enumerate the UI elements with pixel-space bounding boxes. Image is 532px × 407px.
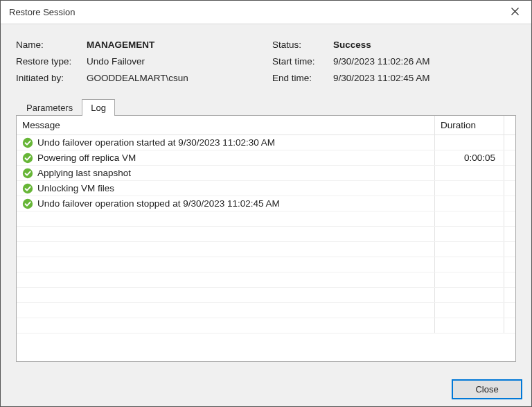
log-row[interactable]: Powering off replica VM0:00:05: [17, 150, 515, 166]
value-restore-type: Undo Failover: [87, 53, 272, 70]
log-message: Undo failover operation stopped at 9/30/…: [37, 198, 280, 209]
log-row[interactable]: Unlocking VM files: [17, 181, 515, 196]
success-icon: [22, 168, 33, 179]
close-button[interactable]: Close: [452, 380, 522, 399]
log-row-empty: [17, 272, 515, 288]
log-row-empty: [17, 211, 515, 227]
log-header-row: Message Duration: [17, 116, 515, 135]
tab-parameters[interactable]: Parameters: [17, 99, 82, 116]
svg-point-5: [23, 183, 33, 193]
success-icon: [22, 198, 33, 209]
value-end-time: 9/30/2023 11:02:45 AM: [333, 70, 516, 87]
label-initiated-by: Initiated by:: [16, 70, 87, 87]
tabs-container: Parameters Log Message Duration U: [16, 99, 516, 362]
column-header-spacer: [504, 116, 516, 135]
window-close-button[interactable]: [499, 1, 530, 24]
dialog-footer: Close: [1, 372, 531, 406]
value-name: MANAGEMENT: [87, 37, 272, 53]
log-message: Unlocking VM files: [37, 183, 114, 193]
column-header-duration[interactable]: Duration: [435, 116, 504, 135]
success-icon: [22, 137, 33, 148]
value-initiated-by: GOODDEALMART\csun: [87, 70, 272, 87]
log-table: Message Duration Undo failover operation…: [17, 116, 515, 334]
log-row-empty: [17, 318, 515, 334]
log-row-empty: [17, 242, 515, 257]
session-info: Name: Restore type: Initiated by: MANAGE…: [16, 37, 516, 87]
log-message: Applying last snapshot: [37, 168, 131, 178]
svg-point-3: [23, 153, 33, 162]
svg-point-2: [23, 137, 33, 147]
restore-session-window: Restore Session Name: Restore type: Init…: [0, 0, 532, 407]
log-row-empty: [17, 288, 515, 303]
log-duration: [435, 135, 504, 150]
log-row-empty: [17, 227, 515, 242]
success-icon: [22, 153, 33, 164]
column-header-message[interactable]: Message: [17, 116, 435, 135]
tab-log[interactable]: Log: [82, 99, 115, 116]
svg-point-6: [23, 198, 33, 208]
close-icon: [511, 7, 519, 17]
value-start-time: 9/30/2023 11:02:26 AM: [333, 53, 516, 70]
log-row-empty: [17, 303, 515, 318]
log-row[interactable]: Undo failover operation stopped at 9/30/…: [17, 196, 515, 211]
log-message: Powering off replica VM: [37, 153, 136, 163]
svg-point-4: [23, 168, 33, 177]
label-end-time: End time:: [272, 70, 333, 87]
log-duration: 0:00:05: [435, 150, 504, 166]
window-title: Restore Session: [9, 7, 499, 17]
value-status: Success: [333, 37, 516, 53]
titlebar: Restore Session: [1, 1, 531, 24]
label-start-time: Start time:: [272, 53, 333, 70]
success-icon: [22, 183, 33, 194]
log-pane: Message Duration Undo failover operation…: [16, 115, 516, 362]
label-status: Status:: [272, 37, 333, 53]
log-duration: [435, 181, 504, 196]
content-area: Name: Restore type: Initiated by: MANAGE…: [1, 24, 531, 372]
log-row[interactable]: Undo failover operation started at 9/30/…: [17, 135, 515, 150]
label-restore-type: Restore type:: [16, 53, 87, 70]
log-duration: [435, 196, 504, 211]
log-row-empty: [17, 257, 515, 272]
tabs-bar: Parameters Log: [16, 99, 516, 116]
label-name: Name:: [16, 37, 87, 53]
log-duration: [435, 166, 504, 181]
log-row[interactable]: Applying last snapshot: [17, 166, 515, 181]
log-message: Undo failover operation started at 9/30/…: [37, 137, 275, 148]
